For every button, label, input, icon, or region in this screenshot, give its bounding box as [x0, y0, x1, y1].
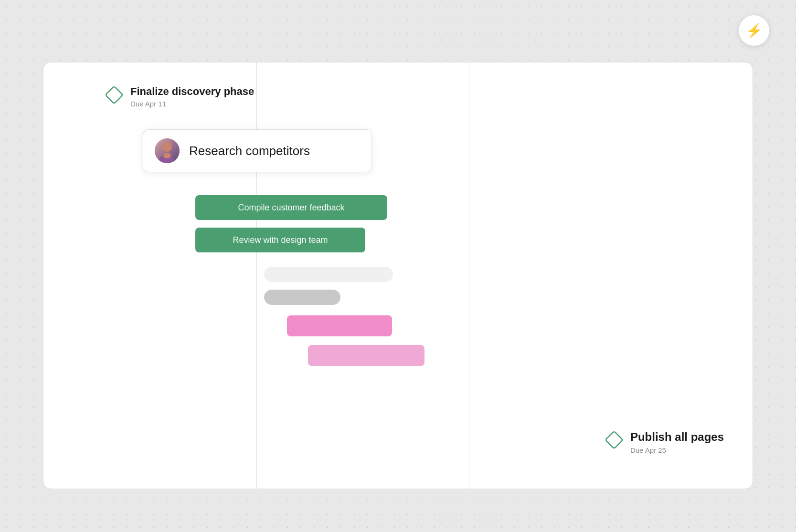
svg-point-4	[162, 142, 172, 152]
placeholder-bar-gray	[264, 290, 340, 305]
lightning-icon: ⚡	[746, 23, 763, 39]
diamond-icon-1	[106, 86, 123, 104]
milestone-1-due: Due Apr 11	[130, 100, 254, 108]
board-card: Finalize discovery phase Due Apr 11	[43, 62, 753, 489]
svg-rect-8	[605, 431, 623, 449]
avatar	[155, 138, 180, 163]
milestone-2: Publish all pages Due Apr 25	[605, 430, 724, 454]
task-bar-review[interactable]: Review with design team	[195, 228, 365, 252]
divider-lines	[43, 63, 753, 489]
task-label-research: Research competitors	[189, 144, 310, 158]
svg-rect-0	[106, 86, 123, 104]
svg-point-7	[163, 153, 171, 158]
lightning-button[interactable]: ⚡	[739, 15, 769, 46]
milestone-2-text: Publish all pages Due Apr 25	[630, 430, 724, 454]
task-label-compile: Compile customer feedback	[238, 203, 344, 213]
milestone-1-title: Finalize discovery phase	[130, 85, 254, 98]
divider-line-1	[256, 63, 257, 489]
placeholder-bar-pink-1	[287, 315, 392, 336]
task-card-research[interactable]: Research competitors	[143, 129, 372, 172]
milestone-2-due: Due Apr 25	[630, 446, 724, 454]
diamond-icon-2	[605, 431, 623, 449]
milestone-1-text: Finalize discovery phase Due Apr 11	[130, 85, 254, 108]
milestone-2-title: Publish all pages	[630, 430, 724, 444]
placeholder-bar-pink-2	[308, 345, 425, 366]
task-label-review: Review with design team	[233, 235, 328, 245]
placeholder-bar-white	[264, 267, 393, 282]
milestone-1: Finalize discovery phase Due Apr 11	[106, 85, 254, 108]
task-bar-compile[interactable]: Compile customer feedback	[195, 195, 387, 220]
divider-line-2	[469, 63, 469, 489]
